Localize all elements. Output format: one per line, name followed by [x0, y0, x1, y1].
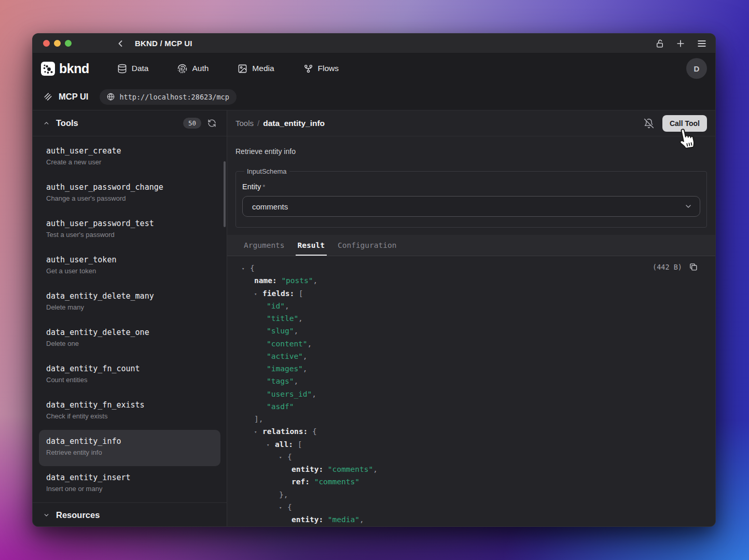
- plus-icon[interactable]: [675, 38, 686, 49]
- collapse-toggle-icon[interactable]: ▾: [254, 288, 262, 300]
- sidebar-tool-data_entity_fn_count[interactable]: data_entity_fn_countCount entities: [39, 357, 220, 394]
- json-line: ▾fields: [: [235, 287, 707, 300]
- tool-name: auth_user_token: [46, 255, 213, 265]
- nav-item-flows[interactable]: Flows: [303, 64, 339, 74]
- sidebar-tool-auth_user_password_change[interactable]: auth_user_password_changeChange a user's…: [39, 176, 220, 212]
- bknd-logo[interactable]: bknd: [41, 61, 89, 76]
- chevron-down-icon: [43, 512, 50, 519]
- entity-select[interactable]: comments: [242, 196, 700, 217]
- collapse-toggle-icon[interactable]: ▾: [267, 439, 275, 451]
- nav-item-media[interactable]: Media: [238, 64, 274, 74]
- close-window-button[interactable]: [43, 40, 50, 47]
- json-token: entity:: [292, 515, 323, 524]
- tool-description: Check if entity exists: [46, 412, 213, 421]
- json-token: [310, 478, 314, 486]
- json-token: ,: [359, 515, 364, 524]
- json-token: "posts": [281, 276, 313, 285]
- nav-items: DataAuthMediaFlows: [117, 64, 339, 74]
- server-url-pill[interactable]: http://localhost:28623/mcp: [100, 89, 236, 105]
- copy-icon[interactable]: [689, 262, 698, 271]
- tool-name: data_entity_fn_count: [46, 363, 213, 374]
- collapse-toggle-icon[interactable]: ▾: [279, 451, 287, 464]
- breadcrumb-separator: /: [257, 119, 259, 128]
- json-token: {: [250, 264, 255, 272]
- json-token: ,: [313, 276, 318, 285]
- json-token: "active": [267, 352, 303, 360]
- json-line: "title",: [235, 312, 707, 325]
- json-token: ,: [303, 352, 308, 360]
- json-line: "asdf": [235, 400, 707, 413]
- tool-name: auth_user_create: [46, 146, 213, 156]
- input-schema-legend: InputSchema: [244, 167, 289, 175]
- call-tool-button[interactable]: Call Tool: [662, 115, 707, 132]
- resources-section-header[interactable]: Resources: [33, 502, 227, 527]
- tool-description: Delete one: [46, 339, 213, 348]
- tool-description: Get a user token: [46, 267, 213, 275]
- json-token: {: [308, 427, 316, 436]
- json-line: entity: "comments",: [235, 463, 707, 475]
- sidebar-tool-auth_user_password_test[interactable]: auth_user_password_testTest a user's pas…: [39, 212, 220, 248]
- json-token: ,: [294, 377, 298, 385]
- json-line: "slug",: [235, 325, 707, 337]
- input-schema-fieldset: InputSchema Entity* comments: [235, 167, 707, 228]
- breadcrumb-current: data_entity_info: [263, 119, 325, 128]
- tool-detail-header: Tools / data_entity_info Call Tool: [227, 110, 715, 136]
- tool-description: Test a user's password: [46, 230, 213, 239]
- tab-result[interactable]: Result: [298, 235, 325, 256]
- json-token: "slug": [267, 327, 294, 335]
- resources-section-title: Resources: [56, 510, 100, 520]
- json-token: [323, 515, 328, 524]
- sidebar-tool-data_entity_delete_many[interactable]: data_entity_delete_manyDelete many: [39, 285, 220, 321]
- json-token: {: [287, 503, 292, 511]
- json-line: ],: [235, 413, 707, 425]
- tools-list: auth_user_createCreate a new userauth_us…: [33, 136, 227, 502]
- sidebar-scrollbar[interactable]: [224, 161, 226, 227]
- json-token: "images": [267, 365, 303, 373]
- tools-count-badge: 50: [183, 118, 201, 129]
- collapse-toggle-icon[interactable]: ▾: [279, 501, 287, 514]
- sidebar-tool-data_entity_delete_one[interactable]: data_entity_delete_oneDelete one: [39, 321, 220, 357]
- sidebar-tool-data_entity_insert[interactable]: data_entity_insertInsert one or many: [39, 466, 220, 502]
- minimize-window-button[interactable]: [54, 40, 61, 47]
- tab-arguments[interactable]: Arguments: [244, 235, 285, 256]
- json-line: ▾{: [235, 262, 707, 274]
- collapse-toggle-icon[interactable]: ▾: [254, 426, 262, 438]
- json-line: ▾all: [: [235, 438, 707, 451]
- json-line: name: "posts",: [235, 274, 707, 287]
- breadcrumb-section[interactable]: Tools: [235, 119, 254, 128]
- collapse-toggle-icon[interactable]: ▾: [242, 262, 250, 275]
- globe-icon: [107, 93, 115, 101]
- window-titlebar: BKND / MCP UI: [33, 34, 715, 53]
- entity-select-value: comments: [252, 202, 288, 211]
- chevron-down-icon: [684, 202, 692, 211]
- json-token: ,: [294, 327, 298, 335]
- nav-item-auth[interactable]: Auth: [177, 64, 209, 74]
- nav-item-data[interactable]: Data: [117, 64, 149, 74]
- menu-icon[interactable]: [697, 38, 707, 49]
- json-token: all:: [275, 440, 293, 449]
- json-token: "comments": [328, 465, 373, 473]
- fingerprint-icon: [177, 64, 187, 74]
- tool-name: auth_user_password_change: [46, 182, 213, 192]
- tool-description: Retrieve entity info: [46, 448, 213, 457]
- sidebar-tool-auth_user_token[interactable]: auth_user_tokenGet a user token: [39, 248, 220, 285]
- tool-name: data_entity_info: [46, 436, 213, 446]
- nav-item-label: Data: [132, 64, 149, 73]
- tools-section-header[interactable]: Tools 50: [33, 110, 227, 136]
- json-token: },: [279, 491, 288, 499]
- back-button[interactable]: [115, 38, 126, 49]
- server-url: http://localhost:28623/mcp: [119, 93, 229, 101]
- sidebar-tool-data_entity_info[interactable]: data_entity_infoRetrieve entity info: [39, 430, 220, 466]
- refresh-icon[interactable]: [207, 119, 216, 128]
- avatar[interactable]: D: [686, 58, 707, 79]
- sidebar-tool-data_entity_fn_exists[interactable]: data_entity_fn_existsCheck if entity exi…: [39, 394, 220, 430]
- json-token: relations:: [262, 427, 308, 436]
- bell-off-icon[interactable]: [644, 118, 654, 129]
- lock-open-icon[interactable]: [655, 39, 664, 48]
- database-icon: [117, 64, 127, 74]
- nav-item-label: Auth: [192, 64, 209, 73]
- tab-configuration[interactable]: Configuration: [338, 235, 397, 256]
- maximize-window-button[interactable]: [65, 40, 72, 47]
- sidebar-tool-auth_user_create[interactable]: auth_user_createCreate a new user: [39, 139, 220, 176]
- tool-description: Count entities: [46, 375, 213, 384]
